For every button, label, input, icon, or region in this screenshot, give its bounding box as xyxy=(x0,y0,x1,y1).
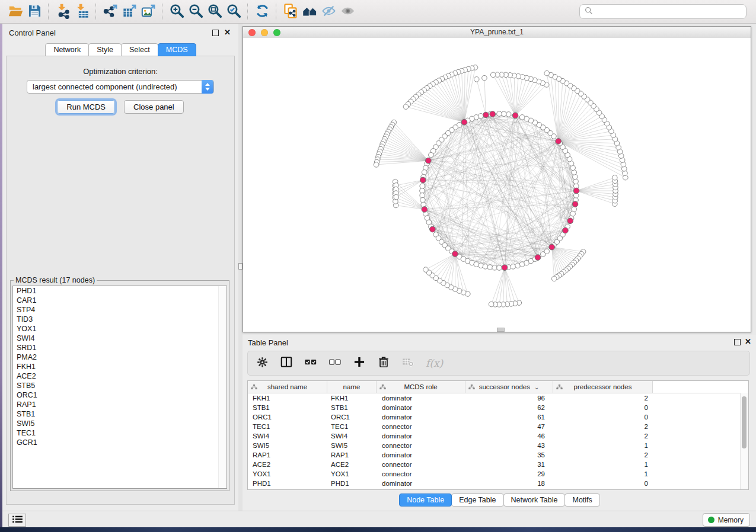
mcds-result-item[interactable]: RAP1 xyxy=(13,400,227,409)
mcds-result-item[interactable]: GCR1 xyxy=(13,438,227,447)
export-image-button[interactable] xyxy=(139,3,158,21)
cell-MCDS-role: dominator xyxy=(377,404,465,411)
memory-label: Memory xyxy=(718,516,744,524)
search-input[interactable] xyxy=(596,7,746,17)
cell-shared-name: STB1 xyxy=(248,404,327,411)
mcds-result-item[interactable]: PHD1 xyxy=(13,286,227,296)
import-network-button[interactable] xyxy=(53,3,72,21)
column-header-shared-name[interactable]: shared name xyxy=(248,381,327,393)
zoom-fit-button[interactable] xyxy=(205,3,224,21)
float-table-panel-icon[interactable] xyxy=(734,339,741,345)
tab-edge-table[interactable]: Edge Table xyxy=(451,493,503,507)
mcds-result-item[interactable]: STB5 xyxy=(13,381,227,390)
delete-table-icon xyxy=(401,355,414,371)
mcds-result-item[interactable]: PMA2 xyxy=(13,352,227,362)
column-label: predecessor nodes xyxy=(574,383,632,390)
zoom-selected-button[interactable] xyxy=(224,3,243,21)
mcds-result-item[interactable]: TID3 xyxy=(13,315,227,324)
search-box xyxy=(579,4,747,19)
deselect-all-button[interactable] xyxy=(328,355,342,371)
cell-successor-nodes: 61 xyxy=(465,414,553,421)
attribute-settings-button[interactable] xyxy=(256,356,269,371)
open-file-button[interactable] xyxy=(6,3,25,21)
apply-layout-button[interactable] xyxy=(253,3,272,21)
tab-select[interactable]: Select xyxy=(121,43,158,56)
mcds-result-item[interactable]: SWI4 xyxy=(13,334,227,343)
add-row-button[interactable] xyxy=(353,355,366,371)
column-header-name[interactable]: name xyxy=(327,381,377,393)
table-row[interactable]: RAP1RAP1dominator352 xyxy=(248,450,748,460)
mcds-result-item[interactable]: CAR1 xyxy=(13,296,227,305)
cell-shared-name: RAP1 xyxy=(248,451,327,459)
mcds-result-item[interactable]: SRD1 xyxy=(13,343,227,352)
cell-MCDS-role: connector xyxy=(377,470,465,477)
tab-network-table[interactable]: Network Table xyxy=(503,493,566,507)
network-graph[interactable] xyxy=(243,38,751,332)
mcds-result-item[interactable]: SWI5 xyxy=(13,419,227,428)
table-row[interactable]: YOX1YOX1connector291 xyxy=(248,469,748,479)
cell-predecessor-nodes: 1 xyxy=(553,470,653,477)
panel-splitter[interactable] xyxy=(238,24,243,511)
status-bar: Memory xyxy=(2,511,756,527)
run-mcds-button[interactable]: Run MCDS xyxy=(57,100,115,114)
cell-name: RAP1 xyxy=(327,451,377,459)
cell-name: FKH1 xyxy=(327,395,377,402)
show-all-button[interactable] xyxy=(338,3,357,21)
mcds-result-item[interactable]: STP4 xyxy=(13,305,227,315)
new-network-from-selection-button[interactable] xyxy=(281,3,300,21)
mcds-result-item[interactable]: FKH1 xyxy=(13,362,227,371)
select-all-button[interactable] xyxy=(304,355,317,371)
task-history-button[interactable] xyxy=(8,514,26,527)
table-row[interactable]: SWI4SWI4dominator462 xyxy=(248,431,748,441)
tab-mcds[interactable]: MCDS xyxy=(158,43,196,56)
mcds-result-item[interactable]: ACE2 xyxy=(13,371,227,381)
optimization-criterion-select[interactable]: largest connected component (undirected) xyxy=(27,80,214,94)
table-row[interactable]: ACE2ACE2connector311 xyxy=(248,460,748,469)
column-header-successor-nodes[interactable]: successor nodes⌄ xyxy=(465,381,553,393)
table-row[interactable]: PHD1PHD1dominator180 xyxy=(248,479,748,488)
export-table-button[interactable] xyxy=(120,3,139,21)
tab-node-table[interactable]: Node Table xyxy=(399,493,452,507)
cell-name: PHD1 xyxy=(327,480,377,487)
save-session-button[interactable] xyxy=(25,3,44,21)
network-canvas[interactable] xyxy=(243,38,751,332)
mcds-result-title: MCDS result (17 nodes) xyxy=(14,276,97,284)
mcds-result-item[interactable]: TEC1 xyxy=(13,428,227,438)
table-row[interactable]: STB1STB1dominator620 xyxy=(248,403,748,412)
column-header-MCDS-role[interactable]: MCDS role xyxy=(377,381,465,393)
zoom-out-button[interactable] xyxy=(186,3,205,21)
zoom-in-button[interactable] xyxy=(167,3,186,21)
table-row[interactable]: SWI5SWI5connector431 xyxy=(248,441,748,450)
close-panel-button[interactable]: Close panel xyxy=(124,100,184,114)
table-scrollbar[interactable] xyxy=(740,393,748,489)
tab-motifs[interactable]: Motifs xyxy=(564,493,599,507)
tab-style[interactable]: Style xyxy=(88,43,122,56)
network-window-titlebar[interactable]: YPA_prune.txt_1 xyxy=(243,27,751,39)
first-neighbors-button[interactable] xyxy=(300,3,319,21)
float-panel-icon[interactable] xyxy=(212,30,219,36)
mcds-result-item[interactable]: YOX1 xyxy=(13,324,227,334)
canvas-scrollbar-thumb[interactable] xyxy=(497,328,505,332)
header-filler xyxy=(653,381,748,393)
tab-network[interactable]: Network xyxy=(45,43,89,56)
mcds-result-item[interactable]: ORC1 xyxy=(13,390,227,400)
toggle-panel-button[interactable] xyxy=(280,355,293,371)
column-header-predecessor-nodes[interactable]: predecessor nodes xyxy=(553,381,653,393)
mcds-result-item[interactable]: STB1 xyxy=(13,409,227,419)
table-row[interactable]: TEC1TEC1connector472 xyxy=(248,422,748,431)
delete-table-button xyxy=(401,355,414,371)
table-row[interactable]: FKH1FKH1dominator962 xyxy=(248,393,748,403)
table-scrollbar-thumb[interactable] xyxy=(742,396,747,448)
export-network-button[interactable] xyxy=(101,3,120,21)
splitter-handle[interactable] xyxy=(238,263,243,270)
import-table-button[interactable] xyxy=(72,3,91,21)
mcds-list-scrollbar[interactable] xyxy=(218,286,227,488)
delete-row-button[interactable] xyxy=(377,355,390,371)
table-row[interactable]: ORC1ORC1dominator610 xyxy=(248,412,748,422)
close-panel-icon[interactable]: ✕ xyxy=(224,28,231,37)
select-stepper-icon xyxy=(202,80,213,94)
mcds-result-list[interactable]: PHD1CAR1STP4TID3YOX1SWI4SRD1PMA2FKH1ACE2… xyxy=(12,286,227,489)
close-table-panel-icon[interactable]: ✕ xyxy=(745,337,751,346)
hide-selected-button[interactable] xyxy=(319,3,338,21)
memory-button[interactable]: Memory xyxy=(703,513,750,527)
